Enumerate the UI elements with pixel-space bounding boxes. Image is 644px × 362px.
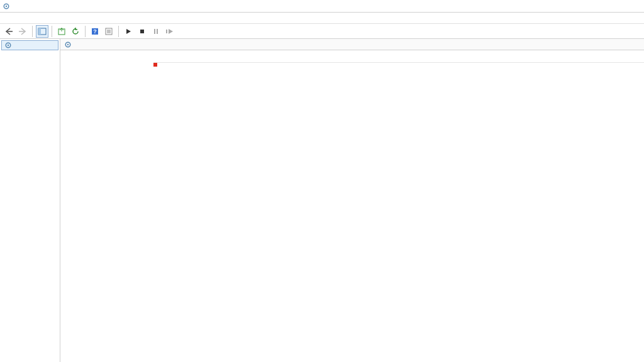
menu-bar: [0, 13, 644, 24]
tree-item-services-local[interactable]: [1, 40, 58, 50]
annotation-highlight: [153, 63, 157, 67]
description-pane: [60, 50, 153, 362]
help-button[interactable]: ?: [89, 25, 101, 38]
services-list[interactable]: [153, 50, 644, 362]
svg-point-1: [6, 5, 7, 6]
refresh-button[interactable]: [69, 25, 82, 38]
console-tree[interactable]: [0, 39, 60, 362]
svg-point-18: [67, 43, 69, 45]
gear-icon: [64, 41, 72, 48]
export-button[interactable]: [55, 25, 68, 38]
svg-rect-14: [166, 30, 167, 33]
svg-point-16: [8, 45, 9, 46]
svg-rect-3: [38, 28, 41, 35]
window-titlebar: [0, 0, 644, 13]
nav-forward-button[interactable]: [16, 25, 29, 38]
svg-rect-13: [157, 29, 158, 34]
column-headers[interactable]: [153, 50, 644, 63]
properties-button[interactable]: [103, 25, 115, 38]
svg-rect-12: [154, 29, 155, 34]
restart-service-button[interactable]: [164, 25, 176, 38]
stop-service-button[interactable]: [136, 25, 148, 38]
svg-rect-11: [140, 30, 144, 33]
gear-icon: [4, 41, 12, 49]
svg-text:?: ?: [93, 28, 97, 35]
show-hide-tree-button[interactable]: [36, 25, 48, 38]
details-header: [60, 39, 644, 50]
pause-service-button[interactable]: [150, 25, 162, 38]
start-service-button[interactable]: [122, 25, 135, 38]
nav-back-button[interactable]: [3, 25, 15, 38]
toolbar: ?: [0, 24, 644, 39]
services-app-icon: [3, 3, 10, 10]
